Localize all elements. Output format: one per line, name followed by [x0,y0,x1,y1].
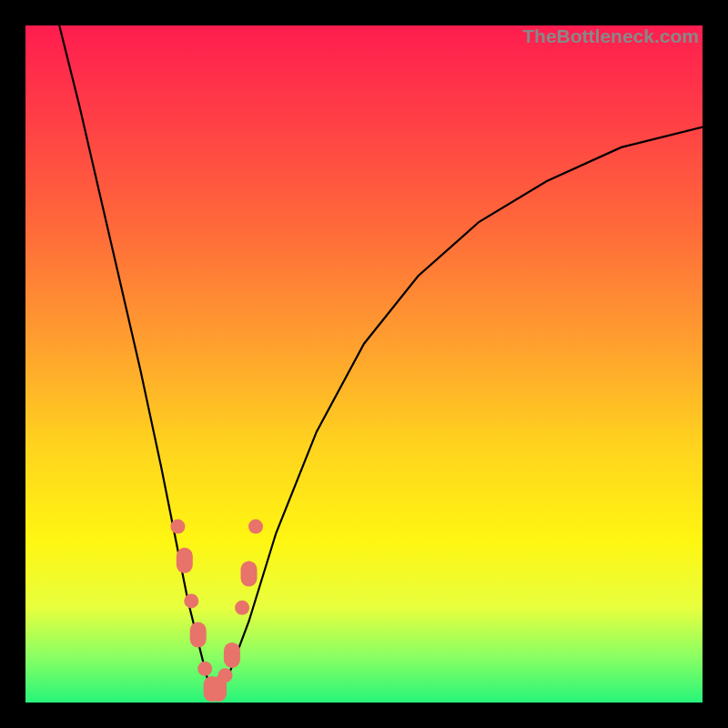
chart-frame: TheBottleneck.com [0,0,728,728]
curve-marker-pair [190,622,207,648]
curve-marker [170,520,185,534]
curve-marker-pair [224,642,240,668]
curve-marker-pair [241,561,258,587]
curve-marker-pair [177,548,193,573]
bottleneck-curve [215,127,703,696]
plot-area [25,25,703,703]
curve-layer [25,25,703,703]
curve-marker [248,520,263,534]
watermark-text: TheBottleneck.com [522,25,699,47]
curve-marker-pair [210,676,227,702]
curve-marker [184,593,198,608]
curve-marker [197,662,212,676]
curve-marker [235,601,249,615]
